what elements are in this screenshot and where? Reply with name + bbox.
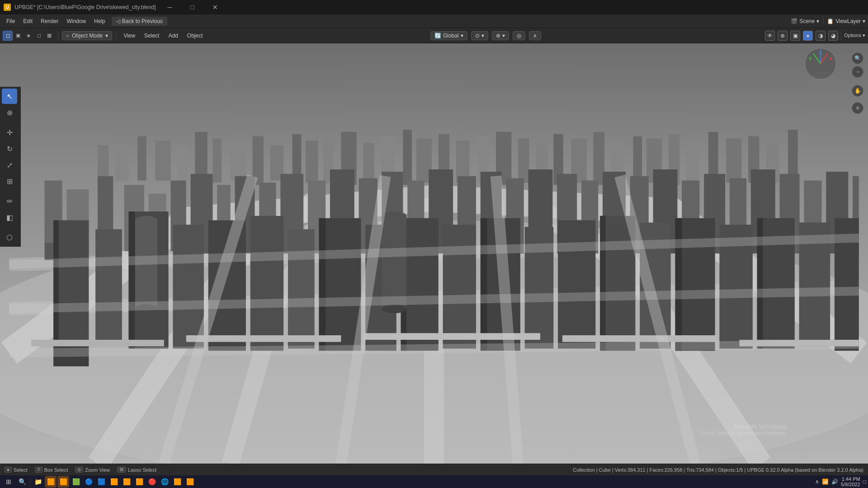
filter-toggle[interactable]: ∧: [529, 31, 541, 40]
back-to-previous-button[interactable]: ◁ Back to Previous: [112, 17, 167, 26]
object-menu[interactable]: Object: [184, 31, 207, 40]
gizmo-x-label: X: [829, 56, 832, 61]
taskbar-app-3[interactable]: 🟩: [70, 476, 82, 488]
svg-rect-3: [137, 136, 146, 181]
box-select-label: Box Select: [44, 467, 68, 473]
menu-window[interactable]: Window: [63, 17, 90, 26]
svg-rect-32: [686, 141, 698, 180]
orientation-label: Global: [443, 33, 459, 39]
viewport-icon-1[interactable]: ▣: [13, 31, 23, 41]
select-hint: ● Select: [5, 467, 28, 473]
taskbar-app-6[interactable]: 🟧: [121, 476, 132, 488]
viewport-shading-wireframe[interactable]: ▣: [790, 31, 800, 41]
svg-rect-5: [177, 145, 187, 180]
zoom-out-button[interactable]: −: [852, 66, 863, 78]
box-select-hint: ⠿ Box Select: [35, 467, 68, 473]
select-tool-button[interactable]: ↖: [2, 89, 17, 104]
taskbar-wifi[interactable]: 📶: [822, 479, 829, 485]
orientation-dropdown: ▾: [461, 33, 463, 39]
svg-rect-17: [403, 130, 412, 185]
menu-render[interactable]: Render: [37, 17, 62, 26]
viewport-shading-rendered[interactable]: ◕: [828, 31, 838, 41]
view-menu[interactable]: View: [120, 31, 139, 40]
taskbar-chevron-up[interactable]: ∧: [815, 479, 819, 485]
menu-file[interactable]: File: [3, 17, 19, 26]
viewport-icon-4[interactable]: ▦: [44, 31, 54, 41]
viewport-icon-3[interactable]: ◻: [34, 31, 44, 41]
rotate-tool-button[interactable]: ↻: [2, 141, 17, 156]
activate-windows-title: Activate Windows: [701, 422, 787, 430]
start-button[interactable]: ⊞: [2, 476, 15, 488]
add-primitive-button[interactable]: ⬡: [2, 230, 17, 245]
search-taskbar[interactable]: 🔍: [16, 476, 28, 488]
taskbar-clock[interactable]: 1:44 PM 5/9/2022: [841, 476, 860, 487]
gizmo-circle: Z X Y: [805, 48, 836, 80]
annotate-tool-button[interactable]: ✏: [2, 193, 17, 209]
view-layer-label: ViewLayer: [835, 18, 861, 24]
svg-rect-112: [186, 335, 341, 342]
scene-icon: 🎬: [791, 18, 797, 24]
taskbar-app-10[interactable]: 🟧: [184, 476, 196, 488]
options-button[interactable]: Options ▾: [844, 33, 865, 38]
overlay-button-1[interactable]: 👁: [765, 31, 775, 41]
maximize-button[interactable]: □: [182, 0, 203, 14]
taskbar-file-explorer[interactable]: 📁: [32, 476, 44, 488]
svg-rect-79: [173, 225, 204, 348]
taskbar-notification[interactable]: □: [863, 479, 866, 485]
transform-orientation[interactable]: 🔄 Global ▾: [430, 31, 467, 40]
viewport-gizmo[interactable]: Z X Y: [805, 48, 841, 84]
activate-windows-watermark: Activate Windows Go to Settings to activ…: [701, 422, 787, 436]
taskbar-chrome[interactable]: 🔵: [83, 476, 94, 488]
taskbar-app-1[interactable]: 🟧: [45, 476, 57, 488]
menu-help[interactable]: Help: [90, 17, 109, 26]
view-layer-selector[interactable]: 📋 ViewLayer ▾: [827, 18, 865, 24]
taskbar-app-7[interactable]: 🟧: [133, 476, 145, 488]
svg-point-110: [382, 305, 406, 314]
transform-tool-button[interactable]: ⊞: [2, 174, 17, 189]
zoom-in-button[interactable]: 🔍: [852, 52, 863, 64]
add-menu[interactable]: Add: [165, 31, 181, 40]
taskbar-app-blender[interactable]: 🔴: [146, 476, 158, 488]
cursor-tool-button[interactable]: ⊕: [2, 105, 17, 120]
select-menu[interactable]: Select: [141, 31, 163, 40]
svg-rect-114: [562, 335, 717, 342]
window-title: UPBGE* [C:\Users\BlueP\Google Drive\skew…: [14, 4, 156, 10]
viewport-icon-0[interactable]: ◻: [3, 31, 13, 41]
measure-tool-button[interactable]: ◧: [2, 210, 17, 225]
taskbar-volume[interactable]: 🔊: [831, 479, 838, 485]
taskbar-app-8[interactable]: 🌐: [159, 476, 170, 488]
hand-tool-button[interactable]: ✋: [852, 85, 863, 97]
svg-rect-109: [382, 216, 406, 309]
minimize-button[interactable]: ─: [160, 0, 180, 14]
lasso-select-hint: ⌘ Lasso Select: [117, 467, 156, 473]
svg-rect-12: [306, 141, 318, 183]
viewport-shading-material[interactable]: ◑: [816, 31, 826, 41]
pivot-point[interactable]: ⊙ ▾: [471, 31, 488, 40]
taskbar-separator-1: [30, 478, 30, 486]
pivot-dropdown: ▾: [481, 33, 484, 39]
svg-rect-8: [231, 141, 246, 180]
object-mode-selector[interactable]: ○ Object Mode ▾: [62, 31, 112, 40]
overlay-button-2[interactable]: ⊕: [778, 31, 788, 41]
viewport-icon-2[interactable]: ◈: [24, 31, 33, 41]
taskbar-app-4[interactable]: 🟦: [95, 476, 107, 488]
snap-toggle[interactable]: ⊕ ▾: [492, 31, 509, 40]
taskbar-app-5[interactable]: 🟧: [108, 476, 120, 488]
menu-bar: File Edit Render Window Help ◁ Back to P…: [0, 14, 868, 28]
scene-selector[interactable]: 🎬 Scene ▾: [791, 18, 819, 24]
proportional-edit[interactable]: ◎: [513, 31, 525, 40]
svg-rect-98: [129, 211, 135, 348]
taskbar-app-2[interactable]: 🟧: [57, 476, 69, 488]
menu-edit[interactable]: Edit: [19, 17, 36, 26]
svg-rect-23: [518, 138, 529, 183]
title-bar: U UPBGE* [C:\Users\BlueP\Google Drive\sk…: [0, 0, 868, 14]
taskbar-app-9[interactable]: 🟧: [171, 476, 183, 488]
scale-tool-button[interactable]: ⤢: [2, 157, 17, 173]
overlay-spacer-2: [852, 99, 863, 100]
close-button[interactable]: ✕: [205, 0, 226, 14]
viewport-shading-solid[interactable]: ●: [803, 31, 813, 41]
overlay-settings-button[interactable]: ≡: [852, 102, 863, 114]
view-layer-icon: 📋: [827, 18, 834, 24]
move-tool-button[interactable]: ✛: [2, 125, 17, 140]
header-right: 👁 ⊕ ▣ ● ◑ ◕ Options ▾: [765, 31, 865, 41]
